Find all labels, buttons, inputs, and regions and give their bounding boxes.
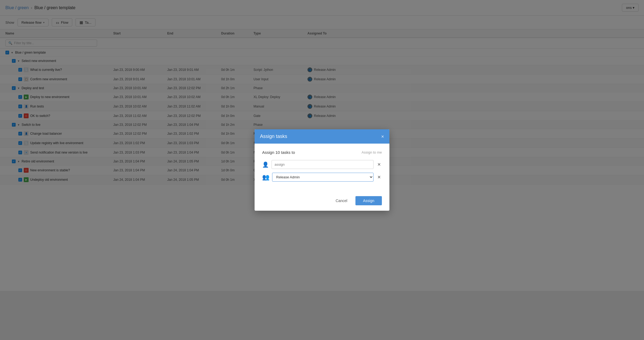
clear-role-button[interactable]: ✕ [376, 174, 382, 180]
modal-close-button[interactable]: × [381, 134, 384, 139]
modal-header: Assign tasks × [255, 129, 389, 144]
cancel-button[interactable]: Cancel [330, 196, 353, 205]
assign-to-me-link[interactable]: Assign to me [362, 150, 382, 154]
modal-title: Assign tasks [260, 134, 287, 139]
assign-person-input[interactable] [272, 160, 374, 169]
modal-dialog: Assign tasks × Assign 10 tasks to Assign… [255, 129, 389, 211]
group-icon: 👥 [262, 174, 269, 181]
modal-body: Assign 10 tasks to Assign to me 👤 ✕ 👥 Re… [255, 144, 389, 192]
assign-count-label: Assign 10 tasks to [262, 150, 295, 155]
role-select[interactable]: Release Admin Developer Tester Operation… [272, 173, 374, 182]
assign-button[interactable]: Assign [355, 196, 382, 205]
modal-footer: Cancel Assign [255, 192, 389, 211]
clear-person-button[interactable]: ✕ [376, 161, 382, 168]
modal-overlay: Assign tasks × Assign 10 tasks to Assign… [0, 0, 644, 340]
person-icon: 👤 [262, 161, 269, 168]
